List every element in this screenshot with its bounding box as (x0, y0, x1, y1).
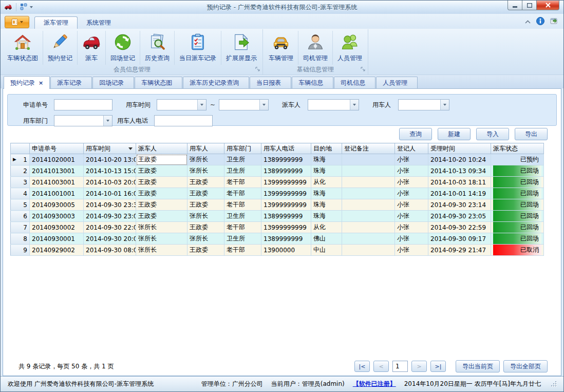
ribbon-tab-system[interactable]: 系统管理 (78, 16, 120, 29)
cell-order-no[interactable]: 20141020001 (30, 154, 84, 165)
first-page-button[interactable]: |< (354, 361, 370, 372)
cell-dept[interactable]: 卫生所 (224, 211, 261, 222)
cell-phone[interactable]: 13999999999 (261, 199, 311, 211)
phone-input[interactable] (154, 115, 213, 126)
return-register-button[interactable]: 回场登记 (105, 31, 140, 65)
cell-use-time[interactable]: 2014-09-30 08:00 (84, 245, 136, 256)
cell-user[interactable]: 张所长 (187, 233, 224, 245)
query-button[interactable]: 查询 (399, 128, 432, 140)
info-icon[interactable] (536, 17, 544, 27)
cell-use-time[interactable]: 2014-10-13 15:00 (84, 165, 136, 177)
cell-remark[interactable] (342, 165, 395, 177)
export-button[interactable]: 导出 (515, 128, 548, 140)
dialog-launcher-icon[interactable] (361, 66, 365, 73)
cell-dispatcher[interactable]: 王政委 (136, 211, 187, 222)
cell-dispatcher[interactable]: 王政委 (136, 199, 187, 211)
table-row[interactable]: 8 20140930001 2014-09-30 20:00 张所长 张所长 卫… (11, 233, 544, 245)
table-row[interactable]: 9 20140929002 2014-09-30 08:00 张所长 王政委 老… (11, 245, 544, 256)
cell-phone[interactable]: 13900000 (261, 245, 311, 256)
table-row[interactable]: 4 20141001001 2014-10-01 16:00 王政委 王政委 老… (11, 188, 544, 199)
cell-dept[interactable]: 老干部 (224, 177, 261, 188)
application-menu-button[interactable] (5, 16, 29, 28)
table-row[interactable]: ▶1 20141020001 2014-10-20 13:00 王政委 张所长 … (11, 154, 544, 165)
cell-remark[interactable] (342, 154, 395, 165)
cell-remark[interactable] (342, 233, 395, 245)
cell-use-time[interactable]: 2014-09-30 23:30 (84, 199, 136, 211)
cell-use-time[interactable]: 2014-10-20 13:00 (84, 154, 136, 165)
cell-registrar[interactable]: 小张 (395, 177, 428, 188)
cell-accept-time[interactable]: 2014-09-30 23:05 (428, 211, 491, 222)
cell-phone[interactable]: 13999999999 (261, 177, 311, 188)
cell-accept-time[interactable]: 2014-09-30 23:14 (428, 199, 491, 211)
cell-phone[interactable]: 1389999999 (261, 165, 311, 177)
col-registrar[interactable]: 登记人 (395, 143, 428, 154)
cell-phone[interactable]: 1389999999 (261, 211, 311, 222)
cell-destination[interactable]: 佛山 (311, 233, 342, 245)
use-time-to-combo[interactable] (219, 99, 269, 110)
document-tab[interactable]: 人员管理 (376, 77, 418, 88)
user-combo[interactable] (398, 99, 449, 110)
cell-status[interactable]: 已回场 (491, 233, 544, 245)
cell-order-no[interactable]: 20140930005 (30, 199, 84, 211)
cell-phone[interactable]: 13999999999 (261, 222, 311, 233)
window-switch-icon[interactable] (550, 17, 558, 27)
today-dispatch-records-button[interactable]: 当日派车记录 (174, 31, 221, 65)
cell-use-time[interactable]: 2014-09-30 22:00 (84, 222, 136, 233)
table-row[interactable]: 6 20140930003 2014-09-30 23:00 王政委 张所长 卫… (11, 211, 544, 222)
last-page-button[interactable]: >| (430, 361, 446, 372)
document-tab[interactable]: 车辆状态图 (135, 77, 182, 88)
cell-user[interactable]: 王政委 (187, 245, 224, 256)
cell-accept-time[interactable]: 2014-09-29 21:47 (428, 245, 491, 256)
resize-grip[interactable] (551, 381, 557, 387)
cell-dispatcher[interactable]: 王政委 (136, 154, 187, 165)
document-tab[interactable]: 司机信息 (334, 77, 375, 88)
cell-remark[interactable] (342, 245, 395, 256)
cell-dispatcher[interactable]: 王政委 (136, 165, 187, 177)
cell-use-time[interactable]: 2014-09-30 23:00 (84, 211, 136, 222)
collapse-ribbon-icon[interactable] (524, 18, 531, 26)
cell-remark[interactable] (342, 211, 395, 222)
cell-user[interactable]: 张所长 (187, 154, 224, 165)
cell-dept[interactable]: 老干部 (224, 222, 261, 233)
maximize-button[interactable] (522, 1, 536, 10)
col-dept[interactable]: 用车部门 (224, 143, 261, 154)
chevron-down-icon[interactable] (103, 116, 112, 126)
cell-use-time[interactable]: 2014-10-03 20:00 (84, 177, 136, 188)
cell-dept[interactable]: 老干部 (224, 199, 261, 211)
dispatch-button[interactable]: 派车 (77, 31, 105, 65)
cell-destination[interactable]: 珠海 (311, 211, 342, 222)
reservation-register-button[interactable]: 预约登记 (43, 31, 77, 65)
cell-accept-time[interactable]: 2014-09-30 22:59 (428, 222, 491, 233)
cell-status[interactable]: 已回场 (491, 199, 544, 211)
vehicle-management-button[interactable]: 车辆管理 (264, 31, 298, 65)
col-remark[interactable]: 登记备注 (342, 143, 395, 154)
document-tab[interactable]: 预约记录× (4, 76, 50, 89)
cell-destination[interactable]: 中山 (311, 245, 342, 256)
cell-status[interactable]: 已回场 (491, 222, 544, 233)
cell-destination[interactable]: 珠海 (311, 188, 342, 199)
page-input[interactable] (392, 361, 408, 372)
cell-phone[interactable]: 13999999999 (261, 188, 311, 199)
chevron-down-icon[interactable] (197, 100, 206, 110)
document-tab[interactable]: 回场记录 (92, 77, 134, 88)
cell-user[interactable]: 王政委 (187, 177, 224, 188)
history-query-button[interactable]: 历史查询 (140, 31, 174, 65)
cell-registrar[interactable]: 小张 (395, 211, 428, 222)
layout-switch-icon[interactable] (20, 3, 27, 12)
driver-management-button[interactable]: 司机管理 (298, 31, 332, 65)
cell-status[interactable]: 已回场 (491, 165, 544, 177)
cell-accept-time[interactable]: 2014-10-03 18:11 (428, 177, 491, 188)
cell-order-no[interactable]: 20140930003 (30, 211, 84, 222)
cell-dispatcher[interactable]: 张所长 (136, 233, 187, 245)
cell-dispatcher[interactable]: 王政委 (136, 188, 187, 199)
prev-page-button[interactable]: < (373, 361, 389, 372)
col-use-time[interactable]: 用车时间 (84, 143, 136, 154)
cell-use-time[interactable]: 2014-09-30 20:00 (84, 233, 136, 245)
chevron-down-icon[interactable] (440, 100, 449, 110)
col-dispatcher[interactable]: 派车人 (136, 143, 187, 154)
table-row[interactable]: 3 20141003001 2014-10-03 20:00 王政委 王政委 老… (11, 177, 544, 188)
document-tab[interactable]: 派车记录 (50, 77, 92, 88)
cell-user[interactable]: 王政委 (187, 222, 224, 233)
cell-user[interactable]: 张所长 (187, 165, 224, 177)
cell-status[interactable]: 已回场 (491, 188, 544, 199)
